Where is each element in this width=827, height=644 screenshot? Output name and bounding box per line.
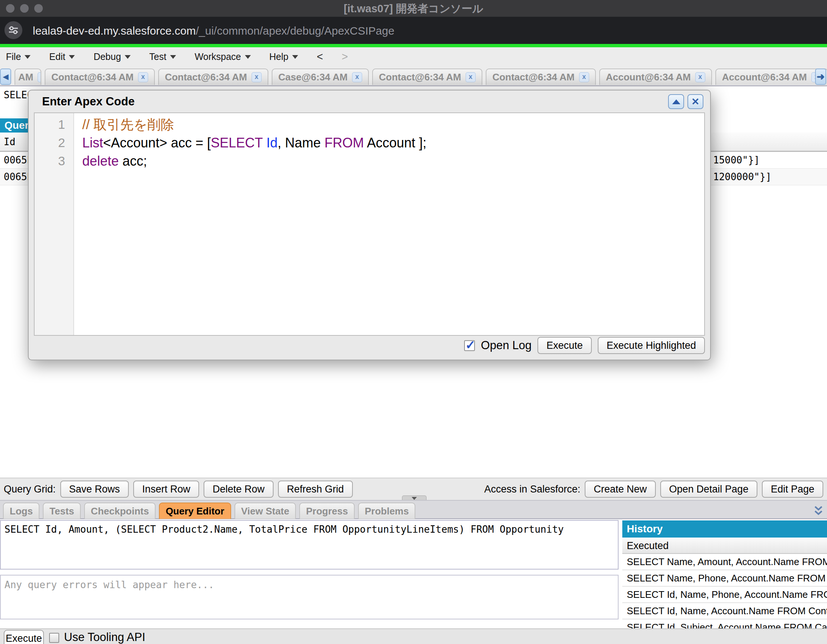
code-segment-comment: // 取引先を削除 (82, 117, 174, 132)
workspace-tab[interactable]: Account@6:34 AMx (715, 69, 827, 85)
tab-label: Account@6:34 AM (606, 72, 691, 83)
open-log-label: Open Log (481, 339, 532, 352)
console-tab-strip: LogsTestsCheckpointsQuery EditorView Sta… (0, 500, 827, 519)
code-segment-keyword: List (82, 135, 103, 150)
tab-scroll-left-button[interactable]: ◄ (0, 69, 11, 85)
tab-close-icon[interactable]: x (695, 72, 705, 82)
tab-close-icon[interactable]: x (579, 72, 589, 82)
dialog-title: Enter Apex Code (42, 95, 135, 108)
collapse-arrow-icon (672, 99, 680, 104)
history-executed-subheader: Executed (622, 538, 827, 554)
tab-tests[interactable]: Tests (43, 503, 81, 519)
code-segment-plain: acc; (119, 153, 147, 169)
tab-close-icon[interactable]: x (352, 72, 362, 82)
tab-close-icon[interactable]: x (37, 72, 41, 82)
dialog-collapse-button[interactable] (668, 94, 684, 109)
tab-view-state[interactable]: View State (234, 503, 296, 519)
workspace-tab[interactable]: AMx (14, 69, 41, 85)
open-log-checkbox[interactable] (464, 340, 475, 351)
tab-close-icon[interactable]: x (466, 72, 476, 82)
open-detail-page-button[interactable]: Open Detail Page (660, 481, 757, 498)
query-grid-label: Query Grid: (4, 483, 56, 495)
status-green-bar (0, 44, 827, 47)
nav-forward-button[interactable]: > (342, 51, 348, 63)
code-line: 2List<Account> acc = [SELECT Id, Name FR… (34, 134, 704, 152)
query-history-panel: History Executed SELECT Name, Amount, Ac… (622, 521, 827, 631)
tab-checkpoints[interactable]: Checkpoints (84, 503, 156, 519)
apex-code-editor[interactable]: 1// 取引先を削除2List<Account> acc = [SELECT I… (34, 113, 705, 336)
tab-query-editor[interactable]: Query Editor (159, 503, 231, 519)
chevron-down-icon (69, 55, 75, 59)
save-rows-button[interactable]: Save Rows (60, 481, 129, 498)
workspace-tab[interactable]: Account@6:34 AMx (599, 69, 712, 85)
tab-label: Contact@6:34 AM (51, 72, 134, 83)
code-segment-keyword: delete (82, 153, 119, 169)
use-tooling-api-checkbox[interactable] (49, 633, 59, 643)
nav-back-button[interactable]: < (317, 51, 323, 63)
tab-label: Contact@6:34 AM (379, 72, 461, 83)
url-domain: leala9-dev-ed.my.salesforce.com (33, 25, 196, 37)
menu-test[interactable]: Test (149, 52, 176, 62)
tab-close-icon[interactable]: x (138, 72, 148, 82)
line-number: 3 (34, 152, 65, 170)
workspace-tab-strip: ◄ AMxContact@6:34 AMxContact@6:34 AMxCas… (0, 66, 827, 86)
workspace-tab[interactable]: Contact@6:34 AMx (45, 69, 155, 85)
dialog-footer: Open Log Execute Execute Highlighted (34, 336, 705, 355)
splitter-arrow-icon (412, 497, 417, 500)
history-item[interactable]: SELECT Id, Name, Account.Name FROM Conta… (622, 603, 827, 619)
code-segment-keyword: SELECT (211, 135, 262, 150)
code-segment-plain (263, 135, 267, 150)
tab-scroll-right-button[interactable]: ➜ (815, 69, 826, 85)
history-item[interactable]: SELECT Name, Phone, Account.Name FROM Co… (622, 570, 827, 587)
collapse-panel-chevrons-icon[interactable] (812, 505, 825, 517)
close-icon: ✕ (691, 97, 700, 106)
history-item[interactable]: SELECT Id, Name, Phone, Account.Name FRO… (622, 587, 827, 603)
code-segment-keyword: FROM (325, 135, 364, 150)
menu-debug[interactable]: Debug (94, 52, 131, 62)
tab-close-icon[interactable]: x (251, 72, 262, 82)
tab-label: Case@6:34 AM (278, 72, 348, 83)
url-path: /_ui/common/apex/debug/ApexCSIPage (196, 25, 395, 37)
tab-progress[interactable]: Progress (299, 503, 355, 519)
workspace-tab[interactable]: Contact@6:34 AMx (372, 69, 482, 85)
browser-url-bar[interactable]: leala9-dev-ed.my.salesforce.com/_ui/comm… (0, 17, 827, 44)
refresh-grid-button[interactable]: Refresh Grid (278, 481, 353, 498)
url-text[interactable]: leala9-dev-ed.my.salesforce.com/_ui/comm… (33, 17, 395, 44)
chevron-down-icon (125, 55, 131, 59)
tab-label: Contact@6:34 AM (492, 72, 575, 83)
site-settings-icon[interactable] (5, 21, 22, 39)
use-tooling-api-label: Use Tooling API (64, 631, 145, 644)
query-error-area: Any query errors will appear here... (0, 575, 619, 619)
code-segment-plain: Account ]; (364, 135, 426, 150)
workspace-tab[interactable]: Case@6:34 AMx (272, 69, 369, 85)
workspace-tab[interactable]: Contact@6:34 AMx (486, 69, 596, 85)
edit-page-button[interactable]: Edit Page (762, 481, 823, 498)
code-line: 3delete acc; (34, 152, 704, 170)
code-segment-field: Id (267, 135, 278, 150)
dialog-close-button[interactable]: ✕ (687, 94, 704, 109)
query-execute-button[interactable]: Execute (4, 630, 44, 644)
insert-row-button[interactable]: Insert Row (133, 481, 199, 498)
code-text: // 取引先を削除 (82, 116, 174, 134)
menu-file[interactable]: File (6, 52, 31, 62)
tab-logs[interactable]: Logs (3, 503, 39, 519)
history-item[interactable]: SELECT Name, Amount, Account.Name FROM O… (622, 554, 827, 570)
grid-row-fragment[interactable]: 1200000"}] (710, 169, 827, 185)
workspace-tab[interactable]: Contact@6:34 AMx (158, 69, 268, 85)
menu-items: FileEditDebugTestWorkspaceHelp (6, 52, 298, 62)
tune-icon (8, 25, 19, 35)
create-new-button[interactable]: Create New (585, 481, 656, 498)
grid-row-fragment[interactable]: 15000"}] (710, 152, 827, 169)
soql-query-input[interactable]: SELECT Id, Amount, (SELECT Product2.Name… (0, 520, 619, 569)
execute-button[interactable]: Execute (537, 337, 592, 354)
menu-workspace[interactable]: Workspace (195, 52, 251, 62)
code-text: List<Account> acc = [SELECT Id, Name FRO… (82, 134, 426, 152)
delete-row-button[interactable]: Delete Row (204, 481, 273, 498)
execute-highlighted-button[interactable]: Execute Highlighted (598, 337, 705, 354)
tab-problems[interactable]: Problems (358, 503, 416, 519)
chevron-down-icon (25, 55, 31, 59)
history-panel-header: History (622, 521, 827, 538)
code-line: 1// 取引先を削除 (34, 116, 704, 134)
menu-edit[interactable]: Edit (49, 52, 75, 62)
menu-help[interactable]: Help (270, 52, 298, 62)
